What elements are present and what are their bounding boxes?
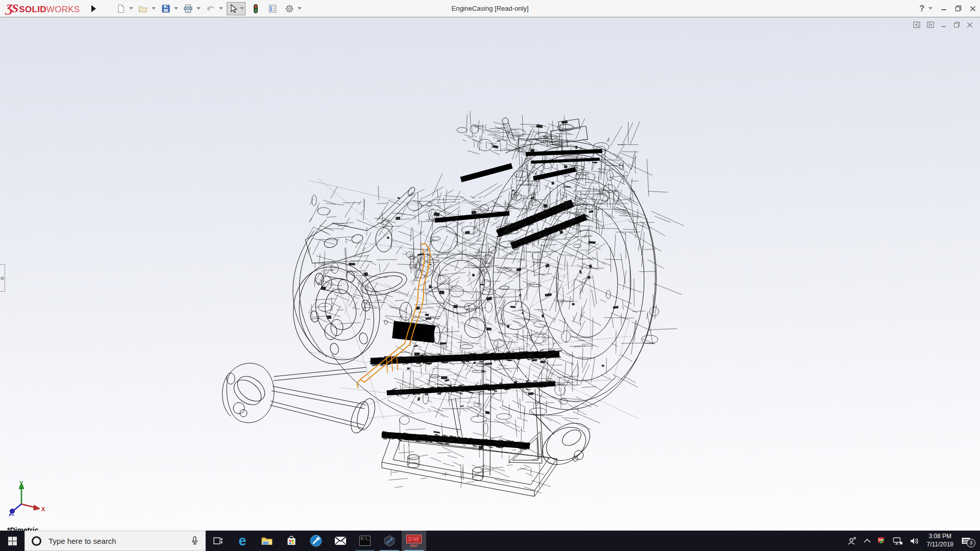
file-explorer-button[interactable] <box>255 531 279 551</box>
document-window-controls <box>913 21 973 28</box>
options-button[interactable] <box>283 3 296 15</box>
save-button[interactable] <box>159 3 173 15</box>
orientation-triad: Y X <box>4 480 48 519</box>
select-dropdown[interactable] <box>240 7 244 10</box>
people-button[interactable] <box>846 537 857 545</box>
command-prompt-button[interactable]: C:\_ <box>353 531 377 551</box>
collapse-left-pane-button[interactable] <box>913 21 920 28</box>
store-icon <box>286 535 297 546</box>
mail-envelope-icon <box>334 536 347 545</box>
edge-icon: e <box>238 534 246 548</box>
doc-minimize-button[interactable] <box>941 22 947 28</box>
model-wireframe-engine-casing[interactable] <box>0 17 980 531</box>
graphics-viewport[interactable]: Y X *Dimetric <box>0 17 980 531</box>
select-tool-split-button[interactable] <box>227 2 246 15</box>
tray-overflow-button[interactable] <box>862 538 872 543</box>
edge-button[interactable]: e <box>230 531 255 551</box>
print-dropdown[interactable] <box>197 7 201 10</box>
network-icon <box>893 537 903 545</box>
open-button[interactable] <box>137 3 150 15</box>
help-button[interactable]: ? <box>919 4 924 13</box>
solidworks-logo-glyph: ƷS <box>6 2 17 15</box>
new-document-icon <box>116 4 126 13</box>
menu-expand-arrow-icon[interactable] <box>91 5 96 12</box>
print-button[interactable] <box>182 3 195 15</box>
undo-icon <box>206 4 216 13</box>
store-button[interactable] <box>279 531 304 551</box>
traffic-light-icon <box>252 4 259 14</box>
doc-restore-button[interactable] <box>953 21 960 28</box>
taskbar-clock[interactable]: 3:08 PM 7/11/2018 <box>925 533 956 548</box>
print-icon <box>183 4 193 13</box>
system-tray: SW✓ 3:08 PM 7/11/2018 3 <box>846 531 980 551</box>
minimize-button[interactable] <box>941 6 947 12</box>
solidworks-logo: ƷS SOLID WORKS <box>0 2 84 15</box>
action-center-button[interactable]: 3 <box>960 537 972 545</box>
restore-button[interactable] <box>955 5 962 12</box>
taskbar-search[interactable] <box>24 531 206 551</box>
windows-logo-icon <box>8 537 17 545</box>
triad-x-label: X <box>41 506 45 512</box>
open-dropdown[interactable] <box>152 7 156 10</box>
people-icon <box>847 537 856 545</box>
file-explorer-icon <box>261 536 273 546</box>
wrench-circle-icon <box>310 535 322 547</box>
task-view-button[interactable] <box>206 531 230 551</box>
expand-right-pane-button[interactable] <box>927 21 934 28</box>
select-cursor-icon <box>228 4 238 14</box>
new-document-dropdown[interactable] <box>129 7 133 10</box>
notification-badge: 3 <box>967 539 975 547</box>
tray-time: 3:08 PM <box>927 533 954 541</box>
windows-taskbar: e C:\_ SW 2017 SW✓ <box>0 531 980 551</box>
tray-date: 7/11/2018 <box>927 541 954 549</box>
chevron-up-icon <box>863 538 871 543</box>
file-properties-button[interactable] <box>266 3 279 15</box>
composer-button[interactable] <box>377 531 402 551</box>
save-dropdown[interactable] <box>174 7 178 10</box>
search-input[interactable] <box>47 536 184 546</box>
rebuild-button[interactable] <box>249 3 262 15</box>
cortana-icon <box>32 536 41 546</box>
undo-dropdown[interactable] <box>219 7 223 10</box>
task-view-icon <box>213 536 223 546</box>
document-title: EngineCasing [Read-only] <box>451 5 528 12</box>
feature-manager-collapsed-tab[interactable] <box>0 264 5 292</box>
mail-button[interactable] <box>328 531 353 551</box>
save-floppy-icon <box>161 4 170 13</box>
gear-icon <box>284 4 295 14</box>
start-button[interactable] <box>0 531 24 551</box>
solidworks-2017-icon: SW 2017 <box>406 535 422 547</box>
solidworks-tray-button[interactable]: SW✓ <box>877 537 887 544</box>
window-controls: ? <box>919 0 976 17</box>
network-button[interactable] <box>892 537 904 545</box>
microphone-icon[interactable] <box>190 536 199 545</box>
file-properties-icon <box>268 4 277 13</box>
view-orientation-label: *Dimetric <box>7 526 38 531</box>
options-dropdown[interactable] <box>298 7 302 10</box>
undo-button[interactable] <box>204 3 217 15</box>
speaker-icon <box>910 537 919 545</box>
tools-button[interactable] <box>304 531 328 551</box>
close-button[interactable] <box>970 6 976 12</box>
command-prompt-icon: C:\_ <box>359 536 371 546</box>
hexagon-icon <box>383 535 396 547</box>
title-bar: ƷS SOLID WORKS <box>0 0 980 17</box>
solidworks-check-icon: SW✓ <box>878 537 886 544</box>
open-folder-icon <box>138 4 148 13</box>
new-document-button[interactable] <box>114 3 128 15</box>
volume-button[interactable] <box>909 537 920 545</box>
quick-access-toolbar <box>114 2 305 15</box>
doc-close-button[interactable] <box>967 22 973 28</box>
help-dropdown[interactable] <box>928 7 933 10</box>
triad-y-label: Y <box>19 480 23 486</box>
solidworks-2017-button[interactable]: SW 2017 <box>402 531 426 551</box>
